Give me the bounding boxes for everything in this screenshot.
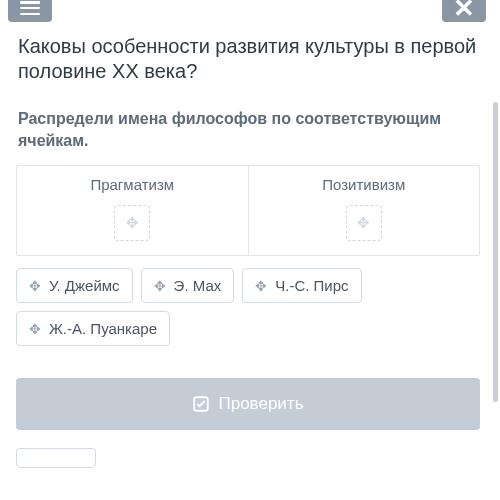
partial-button[interactable]: [16, 448, 96, 468]
scrollbar[interactable]: [493, 102, 498, 402]
check-button-label: Проверить: [218, 394, 303, 414]
chip-poincare[interactable]: ✥ Ж.-А. Пуанкаре: [16, 311, 170, 346]
question-title: Каковы особенности развития культуры в п…: [0, 28, 500, 94]
move-icon: ✥: [255, 278, 267, 294]
move-icon: ✥: [29, 278, 41, 294]
close-icon: ✕: [453, 0, 475, 21]
chips-container: ✥ У. Джеймс ✥ Э. Мах ✥ Ч.-С. Пирс ✥ Ж.-А…: [12, 256, 484, 346]
chip-peirce[interactable]: ✥ Ч.-С. Пирс: [242, 268, 361, 303]
drop-column-pragmatism: Прагматизм ✥: [17, 166, 249, 255]
hamburger-icon: [20, 1, 40, 15]
drop-zone-pragmatism[interactable]: ✥: [114, 205, 150, 241]
move-icon: ✥: [29, 321, 41, 337]
content-area: Распредели имена философов по соответств…: [0, 94, 500, 500]
column-header: Прагматизм: [90, 166, 174, 201]
chip-james[interactable]: ✥ У. Джеймс: [16, 268, 133, 303]
move-icon: ✥: [126, 214, 139, 232]
instruction-text: Распредели имена философов по соответств…: [12, 94, 484, 165]
chip-mach[interactable]: ✥ Э. Мах: [141, 268, 235, 303]
chip-label: Э. Мах: [174, 277, 222, 294]
chip-label: Ж.-А. Пуанкаре: [49, 320, 157, 337]
chip-label: У. Джеймс: [49, 277, 120, 294]
close-button[interactable]: ✕: [442, 0, 486, 22]
check-button[interactable]: Проверить: [16, 378, 480, 430]
check-icon: [192, 395, 210, 413]
menu-button[interactable]: [8, 0, 52, 22]
move-icon: ✥: [357, 214, 370, 232]
drop-zone-positivism[interactable]: ✥: [346, 205, 382, 241]
column-header: Позитивизм: [322, 166, 405, 201]
move-icon: ✥: [154, 278, 166, 294]
chip-label: Ч.-С. Пирс: [275, 277, 348, 294]
drop-column-positivism: Позитивизм ✥: [249, 166, 480, 255]
drop-table: Прагматизм ✥ Позитивизм ✥: [16, 165, 480, 256]
